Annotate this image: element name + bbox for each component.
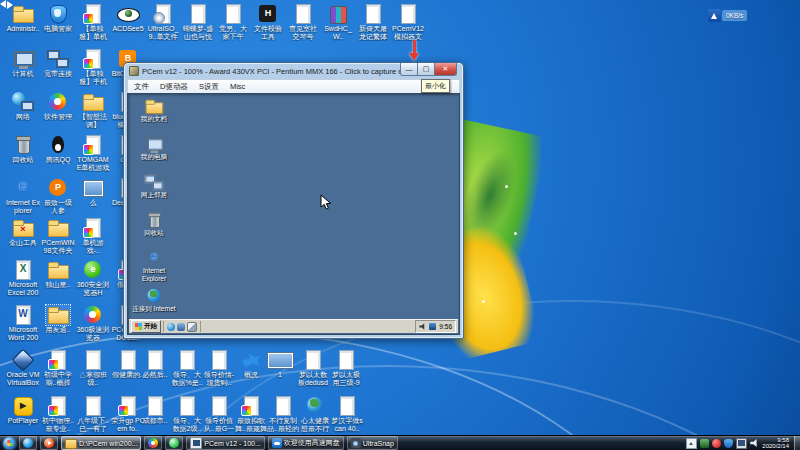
desktop-icon[interactable]: 领导、大数据2级.. bbox=[170, 396, 204, 433]
g360-icon: e bbox=[81, 260, 105, 280]
desktop-icon-label: 宽带连接 bbox=[41, 70, 75, 78]
mail-quicklaunch-icon[interactable] bbox=[177, 323, 185, 331]
desktop-icon[interactable]: XMicrosoft Excel 2003 bbox=[6, 260, 40, 297]
desktop-icon[interactable]: 软件管理 bbox=[41, 92, 75, 121]
shield-icon bbox=[46, 4, 70, 24]
emulated-start-button[interactable]: 开始 bbox=[131, 320, 161, 333]
desktop-icon[interactable]: 查见室社交琴号 bbox=[286, 4, 320, 41]
desktop-icon[interactable]: ▶PotPlayer bbox=[6, 396, 40, 425]
desktop-icon[interactable]: 回收站 bbox=[6, 135, 40, 164]
emulated-tray-icon[interactable] bbox=[429, 323, 436, 330]
desktop-icon[interactable]: SwdHC_W.. bbox=[321, 4, 355, 41]
pcem-task-taskbar-button[interactable]: PCem v12 - 100... bbox=[186, 436, 264, 450]
desktop-icon[interactable]: 初级中学期..概择系.. bbox=[41, 350, 75, 387]
desktop-icon[interactable]: 领导价值从..最G一级.. bbox=[202, 396, 236, 433]
desktop-icon[interactable]: 觉另、大家下午好。 bbox=[216, 4, 250, 41]
emulated-desktop-icon[interactable]: e连接到 Internet bbox=[131, 288, 177, 313]
360-browser-taskbar-button[interactable] bbox=[144, 436, 162, 450]
desktop-icon[interactable]: Administr.. bbox=[6, 4, 40, 33]
desktop-icon[interactable]: 【单独服】单机游戏_单.. bbox=[76, 4, 110, 41]
minimize-button[interactable]: — bbox=[400, 63, 418, 76]
swirl-app-taskbar-button[interactable] bbox=[19, 436, 37, 450]
menu-item[interactable]: 文件 bbox=[134, 82, 149, 92]
tray-icons bbox=[686, 438, 759, 449]
desktop-icon[interactable]: TOMGAME单机游戏列表 bbox=[76, 135, 110, 172]
desktop-icon[interactable]: 计算机 bbox=[6, 49, 40, 78]
desktop-icon[interactable]: Oracle VM VirtualBox bbox=[6, 350, 40, 387]
desktop-icon[interactable]: 用友通.. bbox=[41, 305, 75, 334]
desktop-icon[interactable]: PCemWIN98文件夹 bbox=[41, 218, 75, 255]
desktop-icon[interactable]: ×金山工具 bbox=[6, 218, 40, 247]
desktop-icon[interactable]: 八年级下..已一有了以.. bbox=[76, 396, 110, 433]
desktop-icon[interactable]: 梦以太极用三级-9c.. bbox=[329, 350, 363, 387]
desktop-icon-label: 八年级下..已一有了以.. bbox=[76, 417, 110, 433]
explorer-window-taskbar-button[interactable]: D:\PCem win200... bbox=[61, 436, 141, 450]
red-tray-app-icon[interactable] bbox=[712, 439, 721, 448]
emulated-desktop[interactable]: 我的文档我的电脑网上邻居回收站eInternet Explorere连接到 In… bbox=[127, 93, 460, 335]
desktop-icon[interactable]: 电脑管家 bbox=[41, 4, 75, 33]
green-app-taskbar-button[interactable] bbox=[165, 436, 183, 450]
desktop-icon-label: 不行复制品..最轻的1司.. bbox=[266, 417, 300, 433]
volume-tray-icon[interactable] bbox=[750, 439, 759, 448]
desktop-icon[interactable]: △寒假班级.. bbox=[76, 350, 110, 387]
desktop-icon[interactable]: PCemV12模拟器文化停.. bbox=[391, 4, 425, 41]
desktop-icon[interactable]: ACDSee5 bbox=[111, 4, 145, 33]
desktop-icon[interactable]: H文件校验工具 bbox=[251, 4, 285, 41]
network-tray-icon[interactable] bbox=[736, 438, 747, 449]
pc-manager-tray-icon[interactable] bbox=[724, 439, 733, 448]
menu-item[interactable]: S设置 bbox=[199, 82, 219, 92]
desktop-icon[interactable]: 么 bbox=[76, 178, 110, 207]
desktop-icon[interactable]: 【智想法调】 bbox=[76, 92, 110, 129]
netdisk-window-taskbar-button[interactable]: 欢迎使用高速网盘 bbox=[268, 436, 344, 450]
desktop-icon[interactable]: 蝴蝶梦-盛山也与悦笑.. bbox=[181, 4, 215, 41]
emulated-desktop-icon[interactable]: 我的电脑 bbox=[131, 136, 177, 161]
close-button[interactable]: ✕ bbox=[434, 63, 457, 76]
start-button[interactable] bbox=[3, 437, 16, 450]
desktop-icon[interactable]: 初中物理..最专业.. bbox=[41, 396, 75, 433]
desktop-icon[interactable]: 网络 bbox=[6, 92, 40, 121]
menu-item[interactable]: Misc bbox=[230, 82, 245, 91]
emulated-desktop-icon[interactable]: eInternet Explorer bbox=[131, 250, 177, 282]
ie-quicklaunch-icon[interactable] bbox=[167, 323, 175, 331]
desktop-icon[interactable]: 梦汉字做scan 40.. bbox=[330, 396, 364, 433]
green-tray-app-icon[interactable] bbox=[700, 439, 709, 448]
menu-item[interactable]: D驱动器 bbox=[160, 82, 188, 92]
desktop-icon[interactable]: 领导、大数据%是.. bbox=[170, 350, 204, 387]
desktop-icon[interactable]: 独山星.. bbox=[41, 260, 75, 289]
desktop-icon[interactable]: WMicrosoft Word 2003 bbox=[6, 305, 40, 342]
desktop-icon[interactable]: 最致拟歌舞..最规舞2%.. bbox=[234, 396, 268, 433]
ultrasnap-window-taskbar-button[interactable]: UltraSnap bbox=[347, 436, 398, 450]
emulated-desktop-icon[interactable]: 我的文档 bbox=[131, 98, 177, 123]
desktop-icon[interactable]: 梦以太数板dedusde.. bbox=[296, 350, 330, 387]
folder-icon bbox=[11, 4, 35, 24]
hidden-icons-icon[interactable] bbox=[686, 438, 697, 449]
desktop-icon[interactable]: 心太健康想最不行1%.. bbox=[298, 396, 332, 433]
desktop-icon[interactable]: 1 bbox=[263, 350, 297, 379]
desktop-icon[interactable]: 必然后.. bbox=[138, 350, 172, 379]
clock[interactable]: 9:58 2020/2/14 bbox=[762, 437, 789, 450]
desktop-icon[interactable]: 【单独服】手机游戏 - S.. bbox=[76, 49, 110, 86]
emulated-volume-icon[interactable] bbox=[419, 323, 426, 330]
desktop-icon[interactable]: P最致一级人参 bbox=[41, 178, 75, 215]
thumbw-icon bbox=[268, 350, 292, 370]
desktop-icon[interactable]: 领导价情-现货到.. bbox=[202, 350, 236, 387]
show-desktop-quicklaunch-icon[interactable] bbox=[187, 322, 197, 332]
show-desktop-button[interactable] bbox=[794, 436, 800, 450]
desktop-icon[interactable]: 腾讯QQ bbox=[41, 135, 75, 164]
desktop-icon[interactable]: 成都市.. bbox=[138, 396, 172, 425]
docc-icon bbox=[46, 350, 70, 370]
desktop-icon[interactable]: eInternet Explorer bbox=[6, 178, 40, 215]
emulated-desktop-icon[interactable]: 回收站 bbox=[131, 212, 177, 237]
download-speed-widget[interactable]: 0KB/s bbox=[708, 9, 747, 22]
desktop-icon[interactable]: 宽带连接 bbox=[41, 49, 75, 78]
swirl-icon bbox=[23, 438, 33, 448]
emulated-desktop-icon[interactable]: 网上邻居 bbox=[131, 174, 177, 199]
desktop-icon[interactable]: 单机游戏-.. bbox=[76, 218, 110, 255]
desktop-icon[interactable]: UltraISO_9..单文件便携.. bbox=[146, 4, 180, 41]
media-player-taskbar-button[interactable] bbox=[40, 436, 58, 450]
desktop-icon[interactable]: 360极速浏览器 bbox=[76, 305, 110, 342]
desktop-icon[interactable]: 不行复制品..最轻的1司.. bbox=[266, 396, 300, 433]
maximize-button[interactable]: ▢ bbox=[418, 63, 434, 76]
desktop-icon[interactable]: e360安全浏览器H bbox=[76, 260, 110, 297]
desktop-icon[interactable]: 新倚天屠龙记繁体遗转交.. bbox=[356, 4, 390, 41]
